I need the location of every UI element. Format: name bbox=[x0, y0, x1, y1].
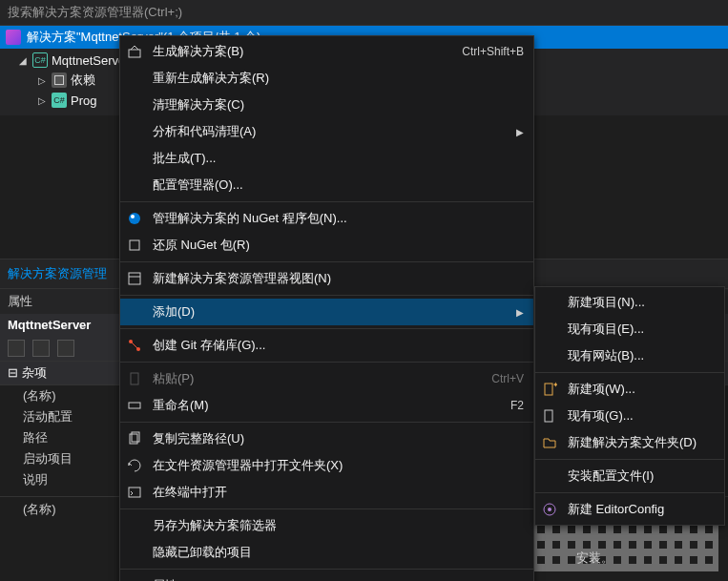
terminal-icon bbox=[126, 484, 143, 501]
blank-icon bbox=[541, 294, 558, 311]
menu-create-git-repo[interactable]: 创建 Git 存储库(G)... bbox=[120, 332, 533, 359]
menu-save-as-filter[interactable]: 另存为解决方案筛选器 bbox=[120, 512, 533, 539]
expander-icon[interactable]: ◢ bbox=[19, 55, 29, 66]
menu-label: 新建 EditorConfig bbox=[568, 501, 715, 518]
submenu-new-item[interactable]: ✦ 新建项(W)... bbox=[535, 376, 724, 403]
build-icon bbox=[126, 43, 143, 60]
menu-copy-full-path[interactable]: 复制完整路径(U) bbox=[120, 425, 533, 452]
svg-text:✦: ✦ bbox=[552, 382, 557, 389]
new-view-icon bbox=[126, 270, 143, 287]
menu-open-in-explorer[interactable]: 在文件资源管理器中打开文件夹(X) bbox=[120, 452, 533, 479]
menu-separator bbox=[535, 459, 724, 460]
wrench-button[interactable] bbox=[57, 340, 74, 357]
submenu-existing-project[interactable]: 现有项目(E)... bbox=[535, 316, 724, 342]
menu-label: 另存为解决方案筛选器 bbox=[153, 517, 524, 534]
project-label: MqttnetServer bbox=[52, 53, 130, 68]
dependencies-label: 依赖 bbox=[71, 72, 95, 89]
menu-label: 复制完整路径(U) bbox=[153, 430, 524, 447]
menu-label: 新建解决方案资源管理器视图(N) bbox=[153, 270, 524, 287]
editorconfig-icon bbox=[541, 501, 558, 518]
svg-rect-0 bbox=[129, 50, 140, 57]
blank-icon bbox=[541, 467, 558, 485]
csharp-project-icon: C# bbox=[32, 52, 48, 68]
menu-build-solution[interactable]: 生成解决方案(B) Ctrl+Shift+B bbox=[120, 38, 533, 65]
svg-rect-14 bbox=[545, 384, 552, 395]
submenu-install-config[interactable]: 安装配置文件(I) bbox=[535, 463, 724, 489]
add-submenu: 新建项目(N)... 现有项目(E)... 现有网站(B)... ✦ 新建项(W… bbox=[534, 286, 725, 526]
menu-label: 重新生成解决方案(R) bbox=[153, 70, 524, 87]
menu-label: 分析和代码清理(A) bbox=[153, 123, 497, 140]
menu-label: 添加(D) bbox=[153, 303, 497, 321]
menu-shortcut: Ctrl+Shift+B bbox=[462, 45, 524, 58]
alphabetical-button[interactable] bbox=[32, 340, 50, 357]
menu-open-in-terminal[interactable]: 在终端中打开 bbox=[120, 479, 533, 506]
menu-label: 现有网站(B)... bbox=[568, 347, 715, 364]
submenu-new-solution-folder[interactable]: 新建解决方案文件夹(D) bbox=[535, 429, 724, 456]
blank-icon bbox=[126, 176, 143, 194]
svg-rect-10 bbox=[129, 403, 140, 408]
search-solution-explorer[interactable]: 搜索解决方案资源管理器(Ctrl+;) bbox=[0, 0, 728, 26]
blank-icon bbox=[126, 70, 143, 87]
menu-configuration-manager[interactable]: 配置管理器(O)... bbox=[120, 172, 533, 198]
svg-rect-13 bbox=[129, 488, 140, 497]
menu-label: 在文件资源管理器中打开文件夹(X) bbox=[153, 457, 524, 474]
submenu-new-project[interactable]: 新建项目(N)... bbox=[535, 289, 724, 316]
menu-rename[interactable]: 重命名(M) F2 bbox=[120, 392, 533, 419]
menu-separator bbox=[120, 201, 533, 202]
menu-new-solution-view[interactable]: 新建解决方案资源管理器视图(N) bbox=[120, 265, 533, 292]
menu-label: 配置管理器(O)... bbox=[153, 176, 524, 194]
submenu-arrow-icon: ▶ bbox=[516, 307, 524, 318]
menu-shortcut: F2 bbox=[510, 399, 524, 412]
menu-label: 属性(R) bbox=[153, 577, 447, 581]
menu-label: 在终端中打开 bbox=[153, 484, 524, 501]
menu-separator bbox=[120, 508, 533, 509]
install-text: 安装。 bbox=[576, 550, 614, 567]
menu-rebuild-solution[interactable]: 重新生成解决方案(R) bbox=[120, 65, 533, 92]
menu-restore-nuget[interactable]: 还原 NuGet 包(R) bbox=[120, 232, 533, 259]
menu-label: 批生成(T)... bbox=[153, 150, 524, 167]
svg-rect-3 bbox=[130, 240, 139, 250]
menu-label: 粘贴(P) bbox=[153, 370, 463, 387]
menu-analyze-cleanup[interactable]: 分析和代码清理(A) ▶ bbox=[120, 118, 533, 145]
expander-icon[interactable]: ▷ bbox=[38, 95, 48, 106]
vs-solution-icon bbox=[6, 30, 21, 45]
copy-icon bbox=[126, 430, 143, 447]
svg-point-2 bbox=[131, 215, 135, 218]
svg-line-8 bbox=[132, 342, 137, 348]
submenu-existing-website[interactable]: 现有网站(B)... bbox=[535, 342, 724, 369]
menu-separator bbox=[535, 372, 724, 373]
submenu-arrow-icon: ▶ bbox=[516, 127, 524, 137]
new-folder-icon bbox=[541, 434, 558, 451]
expander-icon[interactable]: ▷ bbox=[38, 75, 48, 86]
blank-icon bbox=[126, 96, 143, 114]
menu-add[interactable]: 添加(D) ▶ bbox=[120, 299, 533, 325]
blank-icon bbox=[126, 303, 143, 321]
existing-item-icon bbox=[541, 407, 558, 425]
menu-separator bbox=[120, 295, 533, 296]
submenu-new-editorconfig[interactable]: 新建 EditorConfig bbox=[535, 496, 724, 523]
submenu-existing-item[interactable]: 现有项(G)... bbox=[535, 403, 724, 429]
rename-icon bbox=[126, 397, 143, 414]
categorized-button[interactable] bbox=[8, 340, 25, 357]
menu-manage-nuget[interactable]: 管理解决方案的 NuGet 程序包(N)... bbox=[120, 205, 533, 232]
svg-rect-9 bbox=[131, 373, 138, 384]
new-item-icon: ✦ bbox=[541, 381, 558, 398]
menu-batch-build[interactable]: 批生成(T)... bbox=[120, 145, 533, 172]
blank-icon bbox=[126, 150, 143, 167]
menu-label: 创建 Git 存储库(G)... bbox=[153, 337, 524, 354]
menu-label: 清理解决方案(C) bbox=[153, 96, 524, 114]
menu-properties[interactable]: 属性(R) Alt+Enter bbox=[120, 572, 533, 581]
dependencies-icon bbox=[52, 73, 67, 88]
svg-rect-16 bbox=[545, 410, 552, 422]
menu-separator bbox=[120, 328, 533, 329]
solution-context-menu: 生成解决方案(B) Ctrl+Shift+B 重新生成解决方案(R) 清理解决方… bbox=[119, 35, 534, 581]
menu-paste[interactable]: 粘贴(P) Ctrl+V bbox=[120, 365, 533, 392]
blank-icon bbox=[126, 544, 143, 561]
menu-hide-unloaded[interactable]: 隐藏已卸载的项目 bbox=[120, 539, 533, 566]
menu-separator bbox=[535, 492, 724, 493]
git-icon bbox=[126, 337, 143, 354]
menu-clean-solution[interactable]: 清理解决方案(C) bbox=[120, 92, 533, 118]
svg-rect-4 bbox=[129, 273, 140, 284]
csharp-file-icon: C# bbox=[52, 93, 67, 108]
svg-point-18 bbox=[548, 508, 551, 511]
